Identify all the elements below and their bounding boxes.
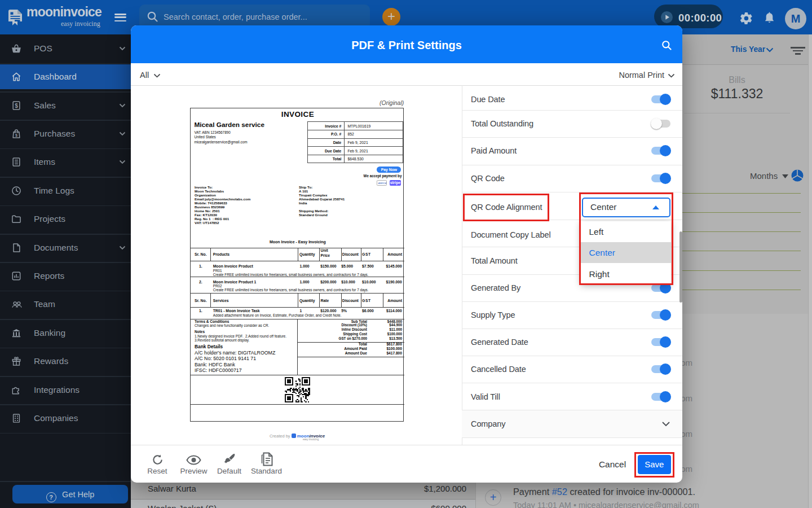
svg-text:$: $ (15, 133, 17, 138)
svg-text:$: $ (15, 102, 18, 108)
